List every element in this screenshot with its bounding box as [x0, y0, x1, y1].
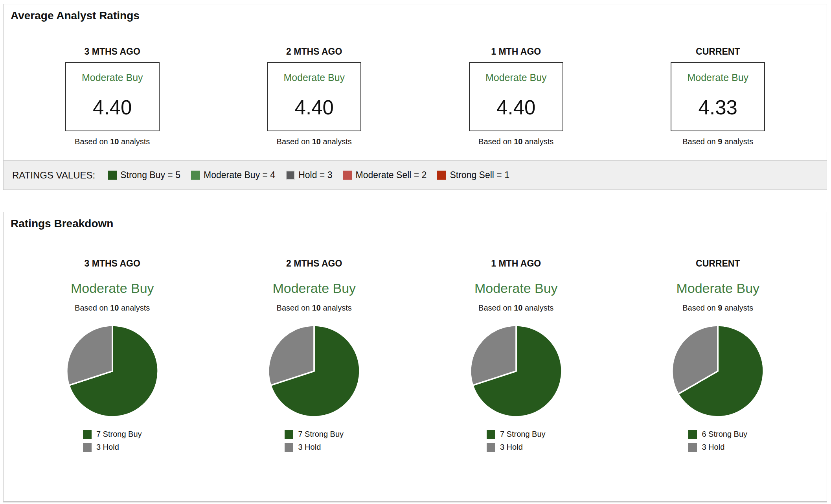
analyst-count: 9 — [718, 304, 722, 312]
pie-legend-label: 7 Strong Buy — [96, 430, 142, 439]
avg-column-1mth: 1 MTH AGO Moderate Buy 4.40 Based on 10 … — [415, 46, 617, 146]
avg-column-current: CURRENT Moderate Buy 4.33 Based on 9 ana… — [617, 46, 819, 146]
ratings-breakdown-title: Ratings Breakdown — [4, 212, 827, 236]
moderate-sell-swatch — [343, 171, 352, 180]
based-prefix: Based on — [478, 304, 512, 312]
based-prefix: Based on — [75, 304, 108, 312]
strong-buy-swatch — [83, 430, 92, 439]
analyst-count: 10 — [110, 304, 119, 312]
based-suffix: analysts — [323, 304, 352, 312]
moderate-buy-swatch — [191, 171, 200, 180]
ratings-pie-chart — [469, 324, 564, 419]
ratings-values-label: RATINGS VALUES: — [12, 170, 95, 181]
based-prefix: Based on — [75, 137, 108, 146]
based-prefix: Based on — [682, 137, 716, 146]
analyst-count-line: Based on 10 analysts — [415, 304, 617, 313]
based-suffix: analysts — [525, 137, 553, 146]
based-suffix: analysts — [323, 137, 352, 146]
rating-score-box: Moderate Buy 4.40 — [65, 62, 160, 131]
analyst-count: 10 — [110, 137, 119, 146]
period-label: 1 MTH AGO — [415, 46, 617, 57]
ratings-values-strip: RATINGS VALUES: Strong Buy = 5 Moderate … — [4, 160, 827, 189]
pie-legend-label: 3 Hold — [96, 443, 119, 452]
analyst-count: 10 — [514, 304, 522, 312]
rating-score-box: Moderate Buy 4.40 — [267, 62, 361, 131]
hold-swatch — [286, 171, 295, 180]
period-label: 2 MTHS AGO — [213, 46, 416, 57]
breakdown-column-1mth: 1 MTH AGO Moderate Buy Based on 10 analy… — [415, 258, 617, 456]
breakdown-column-2mths: 2 MTHS AGO Moderate Buy Based on 10 anal… — [213, 258, 416, 456]
ratings-pie-chart — [267, 324, 362, 419]
hold-swatch — [83, 443, 92, 452]
analyst-count-line: Based on 10 analysts — [213, 304, 416, 313]
pie-legend-row: 6 Strong Buy — [688, 430, 747, 439]
rating-label: Moderate Buy — [415, 281, 617, 296]
analyst-count-line: Based on 9 analysts — [617, 304, 819, 313]
analyst-count-line: Based on 10 analysts — [11, 137, 213, 146]
legend-item-strong-sell: Strong Sell = 1 — [437, 170, 509, 180]
period-label: CURRENT — [617, 46, 819, 57]
analyst-count: 10 — [312, 304, 321, 312]
avg-column-2mths: 2 MTHS AGO Moderate Buy 4.40 Based on 10… — [213, 46, 416, 146]
legend-item-label: Strong Buy = 5 — [120, 170, 180, 180]
based-prefix: Based on — [478, 137, 512, 146]
avg-column-3mths: 3 MTHS AGO Moderate Buy 4.40 Based on 10… — [11, 46, 213, 146]
ratings-pie-chart — [65, 324, 160, 419]
strong-buy-swatch — [688, 430, 697, 439]
pie-legend-row: 3 Hold — [487, 443, 546, 452]
rating-label: Moderate Buy — [283, 72, 345, 83]
pie-legend: 7 Strong Buy 3 Hold — [487, 430, 546, 456]
strong-sell-swatch — [437, 171, 446, 180]
legend-item-label: Moderate Buy = 4 — [204, 170, 275, 180]
rating-label: Moderate Buy — [485, 72, 547, 83]
analyst-count-line: Based on 10 analysts — [11, 304, 213, 313]
pie-legend-row: 3 Hold — [83, 443, 142, 452]
rating-score: 4.33 — [699, 96, 737, 119]
rating-score: 4.40 — [496, 96, 535, 119]
based-suffix: analysts — [121, 304, 150, 312]
period-label: 2 MTHS AGO — [213, 258, 416, 269]
based-suffix: analysts — [121, 137, 150, 146]
average-ratings-grid: 3 MTHS AGO Moderate Buy 4.40 Based on 10… — [4, 28, 827, 160]
analyst-count: 10 — [514, 137, 522, 146]
legend-item-moderate-buy: Moderate Buy = 4 — [191, 170, 275, 180]
based-prefix: Based on — [682, 304, 716, 312]
pie-legend: 7 Strong Buy 3 Hold — [285, 430, 344, 456]
hold-swatch — [285, 443, 293, 452]
rating-score-box: Moderate Buy 4.33 — [671, 62, 765, 131]
breakdown-column-3mths: 3 MTHS AGO Moderate Buy Based on 10 anal… — [11, 258, 213, 456]
pie-legend-label: 3 Hold — [702, 443, 724, 452]
breakdown-column-current: CURRENT Moderate Buy Based on 9 analysts… — [617, 258, 819, 456]
rating-label: Moderate Buy — [617, 281, 819, 296]
analyst-count: 10 — [312, 137, 321, 146]
based-prefix: Based on — [277, 304, 310, 312]
rating-label: Moderate Buy — [11, 281, 213, 296]
rating-score-box: Moderate Buy 4.40 — [469, 62, 563, 131]
rating-score: 4.40 — [93, 96, 132, 119]
pie-legend-label: 3 Hold — [500, 443, 523, 452]
pie-legend-label: 6 Strong Buy — [702, 430, 747, 439]
ratings-pie-chart — [670, 324, 765, 419]
rating-label: Moderate Buy — [213, 281, 416, 296]
rating-score: 4.40 — [295, 96, 334, 119]
period-label: 1 MTH AGO — [415, 258, 617, 269]
legend-item-strong-buy: Strong Buy = 5 — [108, 170, 180, 180]
based-suffix: analysts — [525, 304, 553, 312]
legend-item-label: Moderate Sell = 2 — [355, 170, 427, 180]
pie-legend: 7 Strong Buy 3 Hold — [83, 430, 142, 456]
based-suffix: analysts — [724, 304, 753, 312]
pie-legend-row: 7 Strong Buy — [285, 430, 344, 439]
pie-legend-label: 7 Strong Buy — [298, 430, 344, 439]
average-ratings-panel: Average Analyst Ratings 3 MTHS AGO Moder… — [3, 4, 827, 190]
analyst-count-line: Based on 10 analysts — [213, 137, 416, 146]
period-label: 3 MTHS AGO — [11, 258, 213, 269]
ratings-breakdown-grid: 3 MTHS AGO Moderate Buy Based on 10 anal… — [4, 236, 827, 501]
period-label: CURRENT — [617, 258, 819, 269]
hold-swatch — [688, 443, 697, 452]
analyst-count: 9 — [718, 137, 722, 146]
pie-legend-row: 7 Strong Buy — [487, 430, 546, 439]
strong-buy-swatch — [285, 430, 293, 439]
legend-item-label: Strong Sell = 1 — [450, 170, 509, 180]
pie-legend-label: 7 Strong Buy — [500, 430, 546, 439]
rating-label: Moderate Buy — [687, 72, 748, 83]
